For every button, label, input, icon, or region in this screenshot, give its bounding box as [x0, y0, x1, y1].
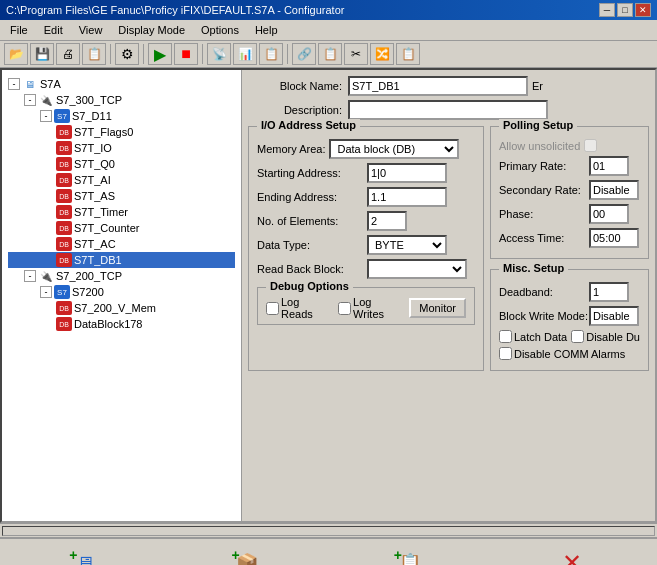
- tree-item-s7a[interactable]: - 🖥 S7A: [8, 76, 235, 92]
- read-back-label: Read Back Block:: [257, 263, 367, 275]
- toolbar-sep2: [143, 44, 144, 64]
- debug-row: Log Reads Log Writes Monitor: [266, 296, 466, 320]
- tree-item-s7-200-v-mem[interactable]: DB S7_200_V_Mem: [8, 300, 235, 316]
- maximize-button[interactable]: □: [617, 3, 633, 17]
- description-input[interactable]: [348, 100, 548, 120]
- latch-data-checkbox[interactable]: [499, 330, 512, 343]
- block-write-mode-input[interactable]: [589, 306, 639, 326]
- tb-network[interactable]: 📡: [207, 43, 231, 65]
- menu-view[interactable]: View: [73, 22, 109, 38]
- ending-address-label: Ending Address:: [257, 191, 367, 203]
- main-content: - 🖥 S7A - 🔌 S7_300_TCP - S7 S7_D11 DB S7…: [0, 68, 657, 523]
- tb-reload[interactable]: ⚙: [115, 43, 139, 65]
- menu-file[interactable]: File: [4, 22, 34, 38]
- menu-help[interactable]: Help: [249, 22, 284, 38]
- block-name-input[interactable]: [348, 76, 528, 96]
- add-block-button[interactable]: 📋 +: [394, 547, 426, 565]
- tb-copy[interactable]: 📋: [318, 43, 342, 65]
- log-reads-label[interactable]: Log Reads: [266, 296, 330, 320]
- tb-cut[interactable]: ✂: [344, 43, 368, 65]
- close-button[interactable]: ✕: [635, 3, 651, 17]
- data-type-select[interactable]: BYTE WORD DWORD INT DINT REAL: [367, 235, 447, 255]
- primary-rate-input[interactable]: [589, 156, 629, 176]
- s7t-counter-label: S7T_Counter: [74, 222, 139, 234]
- tb-link[interactable]: 🔗: [292, 43, 316, 65]
- tree-item-s7-200-tcp[interactable]: - 🔌 S7_200_TCP: [8, 268, 235, 284]
- toolbar-sep4: [287, 44, 288, 64]
- minimize-button[interactable]: ─: [599, 3, 615, 17]
- read-back-row: Read Back Block:: [257, 259, 475, 279]
- tree-item-datablock178[interactable]: DB DataBlock178: [8, 316, 235, 332]
- s7-200-v-mem-icon: DB: [56, 301, 72, 315]
- tree-item-s7200[interactable]: - S7 S7200: [8, 284, 235, 300]
- phase-label: Phase:: [499, 208, 589, 220]
- menu-edit[interactable]: Edit: [38, 22, 69, 38]
- tb-chart[interactable]: 📊: [233, 43, 257, 65]
- deadband-input[interactable]: [589, 282, 629, 302]
- log-reads-checkbox[interactable]: [266, 302, 279, 315]
- tb-save[interactable]: 💾: [30, 43, 54, 65]
- h-scrollbar[interactable]: [0, 523, 657, 537]
- block-write-mode-label: Block Write Mode:: [499, 310, 589, 322]
- s7t-ac-label: S7T_AC: [74, 238, 116, 250]
- add-block-icon: 📋 +: [394, 547, 426, 565]
- memory-area-select[interactable]: Data block (DB) Inputs Outputs Flags Tim…: [329, 139, 459, 159]
- delete-button[interactable]: ✕: [556, 547, 588, 565]
- menu-options[interactable]: Options: [195, 22, 245, 38]
- disable-du-checkbox[interactable]: [571, 330, 584, 343]
- right-panel: Block Name: Er Description: I/O Address …: [242, 70, 655, 521]
- disable-comm-label[interactable]: Disable COMM Alarms: [499, 347, 625, 360]
- starting-address-row: Starting Address:: [257, 163, 475, 183]
- misc-group: Misc. Setup Deadband: Block Write Mode: …: [490, 269, 649, 371]
- log-writes-label[interactable]: Log Writes: [338, 296, 401, 320]
- tree-item-s7t-counter[interactable]: DB S7T_Counter: [8, 220, 235, 236]
- tb-list[interactable]: 📋: [259, 43, 283, 65]
- log-writes-checkbox[interactable]: [338, 302, 351, 315]
- tree-item-s7t-q0[interactable]: DB S7T_Q0: [8, 156, 235, 172]
- monitor-button[interactable]: Monitor: [409, 298, 466, 318]
- memory-area-row: Memory Area: Data block (DB) Inputs Outp…: [257, 139, 475, 159]
- tb-paste[interactable]: 📋: [82, 43, 106, 65]
- add-device-button[interactable]: 📦 +: [231, 547, 263, 565]
- block-write-mode-row: Block Write Mode:: [499, 306, 640, 326]
- tree-item-s7t-ac[interactable]: DB S7T_AC: [8, 236, 235, 252]
- s7t-as-icon: DB: [56, 189, 72, 203]
- tree-item-s7t-timer[interactable]: DB S7T_Timer: [8, 204, 235, 220]
- disable-comm-checkbox[interactable]: [499, 347, 512, 360]
- num-elements-input[interactable]: [367, 211, 407, 231]
- latch-data-label[interactable]: Latch Data: [499, 330, 567, 343]
- secondary-rate-input[interactable]: [589, 180, 639, 200]
- tree-item-s7-300-tcp[interactable]: - 🔌 S7_300_TCP: [8, 92, 235, 108]
- disable-du-label[interactable]: Disable Du: [571, 330, 640, 343]
- tree-item-s7t-flags0[interactable]: DB S7T_Flags0: [8, 124, 235, 140]
- expand-s7-200-tcp[interactable]: -: [24, 270, 36, 282]
- access-time-input[interactable]: [589, 228, 639, 248]
- tree-item-s7t-as[interactable]: DB S7T_AS: [8, 188, 235, 204]
- expand-s7-d11[interactable]: -: [40, 110, 52, 122]
- tb-swap[interactable]: 🔀: [370, 43, 394, 65]
- tb-start[interactable]: ▶: [148, 43, 172, 65]
- tb-print[interactable]: 🖨: [56, 43, 80, 65]
- expand-s7200[interactable]: -: [40, 286, 52, 298]
- add-channel-button[interactable]: 🖥 +: [69, 547, 101, 565]
- tb-stop[interactable]: ■: [174, 43, 198, 65]
- io-address-title: I/O Address Setup: [257, 119, 360, 131]
- s7t-io-label: S7T_IO: [74, 142, 112, 154]
- tb-extra[interactable]: 📋: [396, 43, 420, 65]
- tree-item-s7-d11[interactable]: - S7 S7_D11: [8, 108, 235, 124]
- tb-open[interactable]: 📂: [4, 43, 28, 65]
- tree-item-s7t-ai[interactable]: DB S7T_AI: [8, 172, 235, 188]
- phase-input[interactable]: [589, 204, 629, 224]
- menu-display-mode[interactable]: Display Mode: [112, 22, 191, 38]
- starting-address-input[interactable]: [367, 163, 447, 183]
- ending-address-input[interactable]: [367, 187, 447, 207]
- tree-item-s7t-db1[interactable]: DB S7T_DB1: [8, 252, 235, 268]
- expand-s7a[interactable]: -: [8, 78, 20, 90]
- memory-area-label: Memory Area:: [257, 143, 325, 155]
- allow-unsolicited-checkbox[interactable]: [584, 139, 597, 152]
- read-back-select[interactable]: [367, 259, 467, 279]
- expand-s7-300-tcp[interactable]: -: [24, 94, 36, 106]
- s7-d11-icon: S7: [54, 109, 70, 123]
- num-elements-row: No. of Elements:: [257, 211, 475, 231]
- tree-item-s7t-io[interactable]: DB S7T_IO: [8, 140, 235, 156]
